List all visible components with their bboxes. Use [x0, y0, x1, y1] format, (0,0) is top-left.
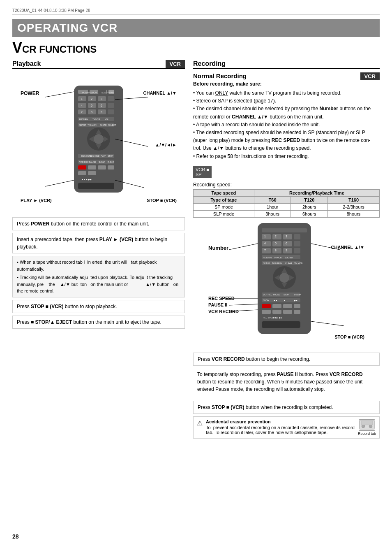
- svg-text:8: 8: [275, 249, 277, 252]
- svg-text:◄◄  ▶  ▶▶: ◄◄ ▶ ▶▶: [81, 178, 92, 181]
- svg-text:REC-RWD: REC-RWD: [90, 155, 99, 157]
- section-title-rest: CR FUNCTIONS: [22, 44, 97, 55]
- svg-text:STOP: STOP: [108, 155, 113, 157]
- speed-table-subheader-1: Type of tape: [194, 196, 254, 203]
- label-vcr-record: VCR RECORD: [208, 309, 239, 314]
- rec-step3: Press STOP ■ (VCR) button when the recor…: [193, 401, 380, 414]
- bullet-1: You can ONLY watch the same TV program t…: [193, 89, 380, 97]
- playback-step1: Press POWER button on the remote control…: [12, 217, 185, 230]
- svg-text:SETUP: SETUP: [79, 124, 86, 126]
- svg-text:4: 4: [264, 242, 266, 245]
- recording-title: Recording: [193, 60, 380, 69]
- speed-table-subheader-4: T160: [328, 196, 380, 203]
- svg-text:1: 1: [81, 98, 83, 100]
- speed-table: Tape speed Recording/Playback Time Type …: [193, 189, 380, 218]
- svg-text:SLEEP: SLEEP: [101, 91, 108, 94]
- main-title: OPERATING VCR: [17, 21, 118, 34]
- svg-text:2: 2: [275, 235, 277, 238]
- svg-rect-77: [272, 241, 281, 246]
- speed-table-header-1: Tape speed: [194, 189, 254, 196]
- page-header: T2020UA_01-44 04.8.10 3:38 PM Page 28: [12, 8, 380, 15]
- header-text: T2020UA_01-44 04.8.10 3:38 PM Page 28: [12, 8, 90, 13]
- section-title: VCR FUNCTIONS: [12, 40, 380, 55]
- playback-step4: Press ■ STOP/▲ EJECT button on the main …: [12, 316, 185, 329]
- vcr-sp-badge-area: VCR ■SP: [193, 164, 380, 180]
- svg-rect-99: [272, 310, 281, 314]
- svg-text:9: 9: [101, 111, 102, 114]
- svg-text:6: 6: [101, 104, 102, 107]
- svg-text:CLEAR: CLEAR: [285, 262, 292, 265]
- normal-recording-subtitle: Normal Recording VCR: [193, 72, 380, 79]
- bullet-6: Refer to page 58 for instructions on tim…: [193, 153, 380, 160]
- playback-step2: Insert a prerecorded tape, then press PL…: [12, 233, 185, 253]
- svg-rect-16: [108, 109, 114, 114]
- sp-t160: 2-2/3hours: [328, 203, 380, 210]
- svg-text:TM.MON: TM.MON: [294, 262, 303, 265]
- remote-diagram-recording: 1 2 3 4 5 6 7 8 9 RETURN TV/VCR VOL/MU S…: [208, 221, 364, 348]
- svg-text:7: 7: [81, 111, 83, 114]
- remote-diagram-playback: POWER S.PLAY SLEEP MUTE 1 2 3 4 5 6 7 8 …: [21, 81, 177, 213]
- bullet-3: The desired channel should be selected b…: [193, 105, 380, 121]
- svg-rect-103: [262, 321, 300, 328]
- svg-text:VCR REC: VCR REC: [263, 293, 272, 296]
- svg-text:POWER: POWER: [82, 91, 90, 94]
- svg-text:◄◄  ▶  ▶▶: ◄◄ ▶ ▶▶: [272, 316, 282, 319]
- record-tab-label: Record tab: [358, 432, 376, 436]
- svg-text:VCR REC: VCR REC: [79, 161, 89, 163]
- svg-text:CLEAR: CLEAR: [100, 124, 107, 126]
- svg-text:7: 7: [264, 249, 266, 252]
- recording-section: Recording Normal Recording VCR Before re…: [193, 60, 380, 439]
- rec-step1: Press VCR RECORD button to begin the rec…: [193, 353, 380, 366]
- svg-point-87: [279, 273, 289, 283]
- main-title-bar: OPERATING VCR: [12, 19, 380, 37]
- svg-text:SLOW: SLOW: [263, 299, 269, 302]
- svg-line-65: [45, 92, 74, 97]
- sp-t120: 2hours: [291, 203, 328, 210]
- svg-rect-71: [262, 228, 307, 232]
- svg-text:STOP: STOP: [284, 293, 289, 296]
- remote-svg-playback: POWER S.PLAY SLEEP MUTE 1 2 3 4 5 6 7 8 …: [21, 81, 177, 213]
- remote-svg-recording: 1 2 3 4 5 6 7 8 9 RETURN TV/VCR VOL/MU S…: [208, 221, 364, 344]
- svg-rect-83: [294, 248, 300, 253]
- svg-text:4: 4: [81, 104, 83, 107]
- vcr-badge-playback: VCR: [166, 60, 185, 68]
- speed-table-subheader-2: T60: [254, 196, 291, 203]
- svg-rect-78: [283, 241, 292, 246]
- slp-t120: 6hours: [291, 210, 328, 217]
- label-rec-speed: REC SPEED: [208, 296, 235, 301]
- svg-text:D.SKIP: D.SKIP: [108, 161, 115, 163]
- recording-bullets: You can ONLY watch the same TV program t…: [193, 89, 380, 160]
- label-stop: STOP ■ (VCR): [147, 198, 177, 203]
- svg-text:VOL/MU: VOL/MU: [285, 256, 293, 259]
- bullet-4: A tape with a record tab should be loade…: [193, 121, 380, 129]
- svg-rect-80: [262, 248, 271, 253]
- svg-text:5: 5: [275, 242, 277, 245]
- speed-table-row-sp: SP mode 1hour 2hours 2-2/3hours: [194, 203, 380, 210]
- svg-rect-12: [108, 103, 114, 108]
- label-pause: PAUSE II: [208, 302, 227, 307]
- svg-text:◄◄: ◄◄: [273, 299, 277, 302]
- vcr-sp-badge: VCR ■SP: [193, 166, 212, 178]
- cassette-icon: [359, 419, 375, 431]
- divider: [193, 398, 380, 398]
- section-title-v: V: [12, 40, 22, 55]
- playback-step3: Press STOP ■ (VCR) button to stop playba…: [12, 300, 185, 313]
- svg-rect-73: [272, 234, 281, 239]
- svg-text:SLOW: SLOW: [99, 161, 105, 163]
- warning-title: Accidental erasure prevention: [206, 419, 355, 424]
- svg-text:1: 1: [264, 235, 266, 238]
- slp-mode-label: SLP mode: [194, 210, 254, 217]
- svg-text:VOL: VOL: [105, 118, 109, 121]
- svg-rect-30: [108, 165, 114, 170]
- playback-note: • When a tape without record tab i in er…: [12, 256, 185, 297]
- svg-text:▶▶: ▶▶: [294, 299, 297, 302]
- svg-text:3: 3: [286, 235, 287, 238]
- svg-rect-82: [283, 248, 292, 253]
- page: T2020UA_01-44 04.8.10 3:38 PM Page 28 OP…: [0, 0, 392, 548]
- svg-text:D.SKIP: D.SKIP: [294, 293, 301, 296]
- svg-rect-96: [283, 304, 292, 308]
- warning-box: ⚠ Accidental erasure prevention To preve…: [193, 416, 380, 439]
- svg-rect-81: [272, 248, 281, 253]
- svg-rect-35: [78, 183, 114, 189]
- speed-table-row-slp: SLP mode 3hours 6hours 8hours: [194, 210, 380, 217]
